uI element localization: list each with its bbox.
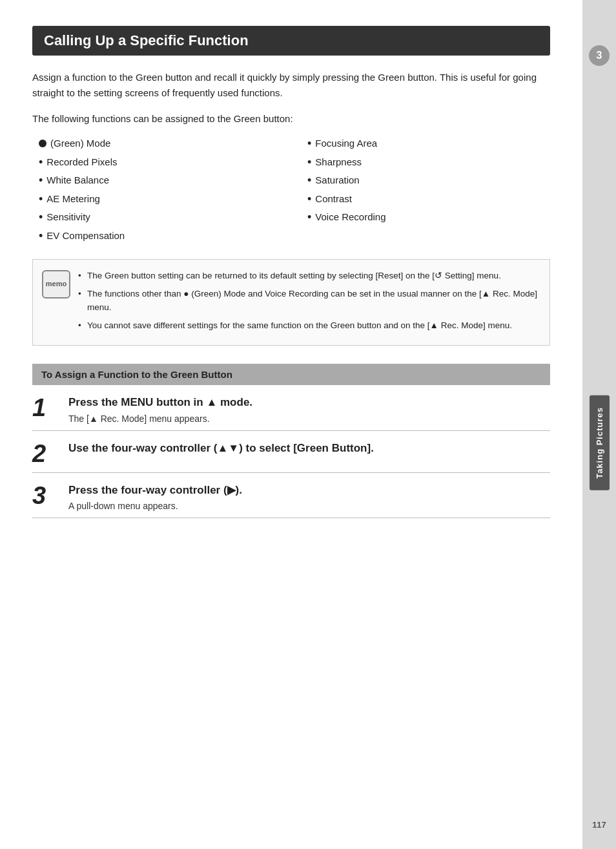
function-label: (Green) Mode (50, 134, 110, 153)
chapter-number-badge: 3 (589, 45, 610, 66)
step: 2Use the four-way controller (▲▼) to sel… (32, 431, 550, 473)
green-dot-icon (39, 140, 46, 147)
steps-container: 1Press the MENU button in ▲ mode.The [▲ … (32, 385, 550, 518)
step-main-text: Press the MENU button in ▲ mode. (68, 394, 550, 411)
function-label: EV Compensation (46, 227, 125, 246)
step-content: Press the MENU button in ▲ mode.The [▲ R… (68, 394, 550, 424)
function-label: Sharpness (315, 153, 362, 172)
memo-box: memo The Green button setting can be ret… (32, 259, 550, 346)
bullet-icon: • (307, 211, 311, 223)
function-label: Sensitivity (46, 208, 90, 227)
memo-icon: memo (42, 270, 70, 299)
step-sub-text: The [▲ Rec. Mode] menu appears. (68, 414, 550, 424)
functions-right-col: •Focusing Area•Sharpness•Saturation•Cont… (307, 134, 550, 245)
step-sub-text: A pull-down menu appears. (68, 501, 550, 511)
list-item: (Green) Mode (39, 134, 282, 153)
list-item: •White Balance (39, 171, 282, 190)
memo-point: The Green button setting can be returned… (78, 269, 540, 283)
bullet-icon: • (39, 211, 43, 223)
bullet-icon: • (307, 174, 311, 186)
step-content: Press the four-way controller (▶).A pull… (68, 482, 550, 512)
function-label: Saturation (315, 171, 359, 190)
sidebar: 3 Taking Pictures 117 (582, 0, 616, 849)
step-number: 1 (32, 395, 57, 420)
sub-heading: To Assign a Function to the Green Button (32, 364, 550, 385)
main-content: Calling Up a Specific Function Assign a … (0, 0, 582, 849)
function-label: Voice Recording (315, 208, 385, 227)
functions-columns: (Green) Mode•Recorded Pixels•White Balan… (32, 134, 550, 245)
following-text: The following functions can be assigned … (32, 111, 550, 127)
function-label: Contrast (315, 190, 352, 209)
function-label: AE Metering (46, 190, 100, 209)
bullet-icon: • (307, 156, 311, 168)
memo-content: The Green button setting can be returned… (78, 269, 540, 336)
list-item: •Sharpness (307, 153, 550, 172)
list-item: •Recorded Pixels (39, 153, 282, 172)
step-number: 3 (32, 483, 57, 508)
section-title: Calling Up a Specific Function (32, 26, 550, 56)
step-main-text: Use the four-way controller (▲▼) to sele… (68, 440, 550, 457)
list-item: •Saturation (307, 171, 550, 190)
step: 3Press the four-way controller (▶).A pul… (32, 473, 550, 519)
sidebar-tab: Taking Pictures (590, 395, 610, 490)
memo-point: You cannot save different settings for t… (78, 319, 540, 333)
function-label: Recorded Pixels (46, 153, 117, 172)
function-label: Focusing Area (315, 134, 377, 153)
list-item: •EV Compensation (39, 227, 282, 246)
list-item: •Sensitivity (39, 208, 282, 227)
bullet-icon: • (39, 174, 43, 186)
memo-point: The functions other than ● (Green) Mode … (78, 287, 540, 315)
bullet-icon: • (39, 230, 43, 242)
bullet-icon: • (307, 193, 311, 205)
bullet-icon: • (39, 193, 43, 205)
function-label: White Balance (46, 171, 109, 190)
step-main-text: Press the four-way controller (▶). (68, 482, 550, 499)
list-item: •Voice Recording (307, 208, 550, 227)
list-item: •Focusing Area (307, 134, 550, 153)
step-content: Use the four-way controller (▲▼) to sele… (68, 440, 550, 459)
intro-text: Assign a function to the Green button an… (32, 70, 550, 101)
list-item: •Contrast (307, 190, 550, 209)
page-number: 117 (592, 820, 606, 830)
bullet-icon: • (39, 156, 43, 168)
step: 1Press the MENU button in ▲ mode.The [▲ … (32, 385, 550, 431)
list-item: •AE Metering (39, 190, 282, 209)
step-number: 2 (32, 441, 57, 466)
bullet-icon: • (307, 138, 311, 149)
functions-left-col: (Green) Mode•Recorded Pixels•White Balan… (39, 134, 282, 245)
